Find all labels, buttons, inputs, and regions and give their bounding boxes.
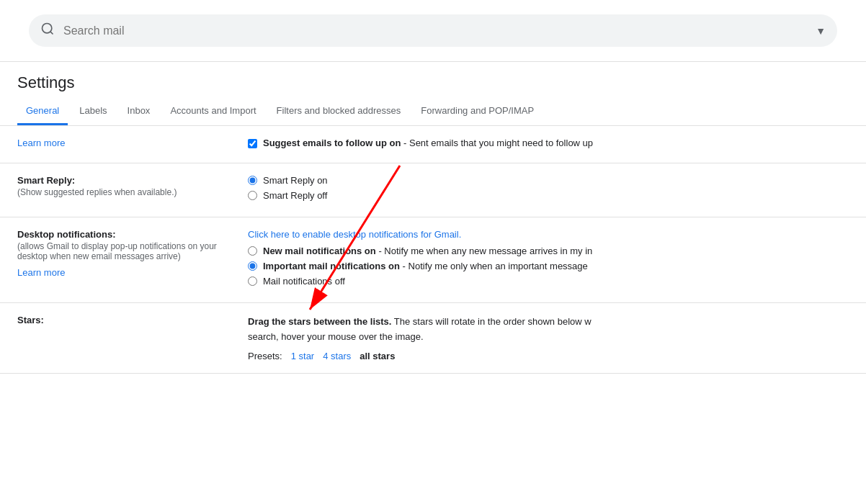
smart-reply-sub: (Show suggested replies when available.)	[17, 187, 248, 197]
stars-title: Stars:	[17, 315, 248, 325]
new-mail-notif-row: New mail notifications on - Notify me wh…	[248, 246, 849, 256]
suggest-emails-label-col: Learn more	[17, 138, 248, 148]
presets-row: Presets: 1 star 4 stars all stars	[248, 351, 849, 361]
learn-more-link-notif[interactable]: Learn more	[17, 267, 65, 278]
desktop-notif-sub: (allows Gmail to display pop-up notifica…	[17, 241, 248, 261]
smart-reply-on-radio[interactable]	[248, 176, 257, 185]
suggest-emails-checkbox-label: Suggest emails to follow up on - Sent em…	[263, 138, 593, 148]
preset-1star[interactable]: 1 star	[291, 351, 315, 361]
mail-notif-off-label: Mail notifications off	[263, 276, 345, 287]
desktop-notif-title: Desktop notifications:	[17, 229, 248, 240]
suggest-emails-checkbox-row: Suggest emails to follow up on - Sent em…	[248, 138, 849, 148]
important-mail-notif-row: Important mail notifications on - Notify…	[248, 261, 849, 271]
desktop-notif-label-col: Desktop notifications: (allows Gmail to …	[17, 229, 248, 278]
suggest-emails-control: Suggest emails to follow up on - Sent em…	[248, 138, 849, 151]
desktop-notif-row: Desktop notifications: (allows Gmail to …	[0, 217, 866, 303]
stars-desc: Drag the stars between the lists. The st…	[248, 315, 849, 345]
page-title: Settings	[0, 62, 866, 98]
desktop-notif-control: Click here to enable desktop notificatio…	[248, 229, 849, 291]
important-mail-notif-label: Important mail notifications on - Notify…	[263, 261, 588, 271]
suggest-emails-checkbox[interactable]	[248, 139, 257, 148]
smart-reply-label-col: Smart Reply: (Show suggested replies whe…	[17, 175, 248, 197]
tab-forwarding[interactable]: Forwarding and POP/IMAP	[412, 98, 543, 125]
important-mail-notif-radio[interactable]	[248, 261, 257, 271]
smart-reply-on-row: Smart Reply on	[248, 175, 849, 186]
svg-line-1	[50, 32, 53, 35]
search-icon	[40, 22, 55, 40]
mail-notif-off-row: Mail notifications off	[248, 276, 849, 287]
preset-4stars[interactable]: 4 stars	[323, 351, 351, 361]
mail-notif-off-radio[interactable]	[248, 276, 257, 286]
smart-reply-control: Smart Reply on Smart Reply off	[248, 175, 849, 205]
smart-reply-on-label: Smart Reply on	[263, 175, 328, 186]
smart-reply-title: Smart Reply:	[17, 175, 248, 186]
tab-inbox[interactable]: Inbox	[119, 98, 159, 125]
tab-accounts-import[interactable]: Accounts and Import	[161, 98, 264, 125]
stars-control: Drag the stars between the lists. The st…	[248, 315, 849, 361]
tabs-nav: General Labels Inbox Accounts and Import…	[0, 98, 866, 126]
smart-reply-off-row: Smart Reply off	[248, 190, 849, 201]
presets-label: Presets:	[248, 351, 282, 361]
chevron-down-icon[interactable]: ▼	[816, 25, 826, 37]
search-bar: ▼	[29, 14, 837, 47]
preset-allstars[interactable]: all stars	[360, 351, 395, 361]
tab-labels[interactable]: Labels	[71, 98, 115, 125]
settings-content: Learn more Suggest emails to follow up o…	[0, 126, 866, 374]
stars-label-col: Stars:	[17, 315, 248, 325]
tab-filters[interactable]: Filters and blocked addresses	[268, 98, 410, 125]
suggest-emails-row: Learn more Suggest emails to follow up o…	[0, 126, 866, 163]
smart-reply-off-label: Smart Reply off	[263, 190, 327, 201]
tab-general[interactable]: General	[17, 98, 68, 125]
smart-reply-row: Smart Reply: (Show suggested replies whe…	[0, 163, 866, 217]
stars-row: Stars: Drag the stars between the lists.…	[0, 303, 866, 374]
new-mail-notif-radio[interactable]	[248, 246, 257, 256]
enable-desktop-notif-link[interactable]: Click here to enable desktop notificatio…	[248, 229, 849, 240]
learn-more-link-suggest[interactable]: Learn more	[17, 138, 65, 148]
smart-reply-off-radio[interactable]	[248, 191, 257, 200]
new-mail-notif-label: New mail notifications on - Notify me wh…	[263, 246, 592, 256]
search-input[interactable]	[63, 24, 816, 37]
svg-point-0	[43, 24, 52, 33]
